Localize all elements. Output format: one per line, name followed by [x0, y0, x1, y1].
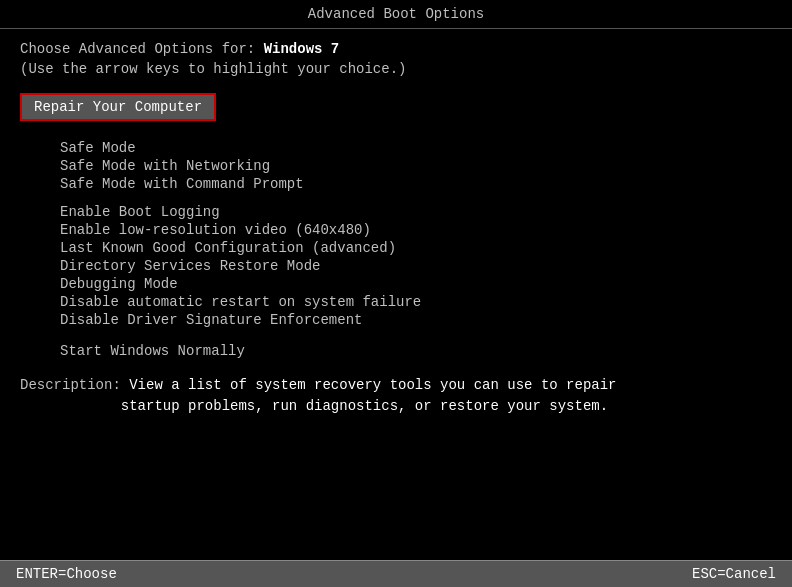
- list-item[interactable]: Last Known Good Configuration (advanced): [20, 239, 772, 257]
- spacer: [20, 193, 772, 203]
- list-item[interactable]: Disable automatic restart on system fail…: [20, 293, 772, 311]
- list-item[interactable]: Safe Mode with Networking: [20, 157, 772, 175]
- description-label: Description:: [20, 377, 129, 393]
- title-bar: Advanced Boot Options: [0, 0, 792, 29]
- list-item[interactable]: Enable low-resolution video (640x480): [20, 221, 772, 239]
- main-content: Choose Advanced Options for: Windows 7 (…: [0, 29, 792, 560]
- list-item[interactable]: Debugging Mode: [20, 275, 772, 293]
- start-windows-normally-option[interactable]: Start Windows Normally: [20, 343, 772, 359]
- status-enter: ENTER=Choose: [16, 566, 117, 582]
- status-esc: ESC=Cancel: [692, 566, 776, 582]
- list-item[interactable]: Safe Mode with Command Prompt: [20, 175, 772, 193]
- spacer: [20, 329, 772, 339]
- repair-computer-option[interactable]: Repair Your Computer: [20, 93, 216, 121]
- os-name: Windows 7: [264, 41, 340, 57]
- title-text: Advanced Boot Options: [308, 6, 484, 22]
- subtitle: Choose Advanced Options for: Windows 7: [20, 41, 772, 57]
- list-item[interactable]: Enable Boot Logging: [20, 203, 772, 221]
- description-area: Description: View a list of system recov…: [20, 375, 772, 417]
- options-list: Safe Mode Safe Mode with Networking Safe…: [20, 139, 772, 359]
- status-bar: ENTER=Choose ESC=Cancel: [0, 560, 792, 587]
- list-item[interactable]: Safe Mode: [20, 139, 772, 157]
- subtitle-prefix: Choose Advanced Options for:: [20, 41, 264, 57]
- list-item[interactable]: Directory Services Restore Mode: [20, 257, 772, 275]
- instruction-text: (Use the arrow keys to highlight your ch…: [20, 61, 772, 77]
- list-item[interactable]: Disable Driver Signature Enforcement: [20, 311, 772, 329]
